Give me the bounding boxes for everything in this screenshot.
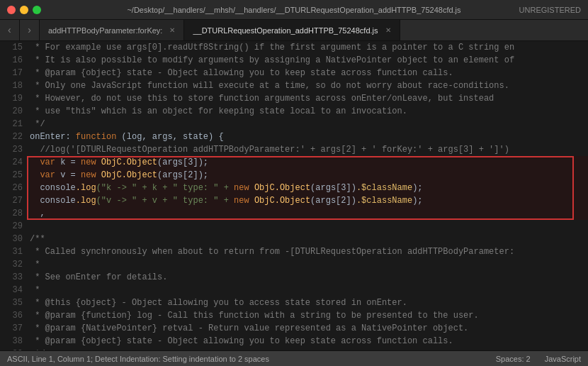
line-number-36: 36 [0,309,23,322]
line-number-28: 28 [0,207,23,220]
code-line-18: * Only one JavaScript function will exec… [30,79,588,92]
line-number-29: 29 [0,220,23,233]
tab-1[interactable]: __DTURLRequestOperation_addHTTPB_75248cf… [184,20,400,40]
editor: 1516171819202122232425262728293031323334… [0,41,588,350]
line-number-16: 16 [0,54,23,67]
line-number-21: 21 [0,118,23,131]
code-line-21: */ [30,118,588,131]
code-line-37: * @param {NativePointer} retval - Return… [30,322,588,335]
code-line-38: * @param {object} state - Object allowin… [30,335,588,348]
line-number-15: 15 [0,41,23,54]
code-line-35: * @this {object} - Object allowing you t… [30,296,588,309]
title-bar: ~/Desktop/__handlers/__mhsh/__handlers/_… [0,0,588,20]
close-button[interactable] [7,6,16,14]
line-number-24: 24 [0,156,23,169]
window-title: ~/Desktop/__handlers/__mhsh/__handlers/_… [127,6,460,14]
line-number-27: 27 [0,194,23,207]
line-number-18: 18 [0,79,23,92]
line-number-22: 22 [0,131,23,143]
code-line-34: * [30,284,588,296]
code-area[interactable]: * For example use args[0].readUtf8String… [27,41,588,350]
language-indicator[interactable]: JavaScript [545,355,581,363]
code-line-22: onEnter: function (log, args, state) { [30,131,588,143]
spaces-indicator[interactable]: Spaces: 2 [496,355,531,363]
status-left: ASCII, Line 1, Column 1; Detect Indentat… [7,355,269,363]
nav-forward-button[interactable]: › [20,20,40,40]
line-number-31: 31 [0,245,23,258]
line-number-38: 38 [0,335,23,348]
tab-1-close[interactable]: ✕ [385,26,391,34]
tab-bar: ‹ › addHTTPBodyParameter:forKey: ✕ __DTU… [0,20,588,41]
line-number-19: 19 [0,92,23,105]
code-line-28: , [30,207,588,220]
line-number-17: 17 [0,67,23,79]
line-number-26: 26 [0,182,23,194]
tab-0-label: addHTTPBodyParameter:forKey: [48,26,162,35]
code-line-24: var k = new ObjC.Object(args[3]); [30,156,588,169]
traffic-lights [0,6,41,14]
code-line-19: * However, do not use this to store func… [30,92,588,105]
code-line-36: * @param {function} log - Call this func… [30,309,588,322]
code-line-20: * use "this" which is an object for keep… [30,105,588,118]
status-bar: ASCII, Line 1, Column 1; Detect Indentat… [0,350,588,366]
line-number-32: 32 [0,258,23,271]
line-number-30: 30 [0,233,23,245]
line-number-35: 35 [0,296,23,309]
code-line-27: console.log("v -> " + v + " type: " + ne… [30,194,588,207]
status-right: Spaces: 2 JavaScript [496,355,581,363]
code-line-26: console.log("k -> " + k + " type: " + ne… [30,182,588,194]
line-number-23: 23 [0,143,23,156]
tab-1-label: __DTURLRequestOperation_addHTTPB_75248cf… [193,26,378,35]
tab-0[interactable]: addHTTPBodyParameter:forKey: ✕ [40,20,184,40]
code-line-17: * @param {object} state - Object allowin… [30,67,588,79]
line-numbers: 1516171819202122232425262728293031323334… [0,41,27,350]
line-number-37: 37 [0,322,23,335]
code-line-33: * See onEnter for details. [30,271,588,284]
code-line-16: * It is also possible to modify argument… [30,54,588,67]
line-number-39: 39 [0,348,23,350]
code-line-25: var v = new ObjC.Object(args[2]); [30,169,588,182]
code-line-15: * For example use args[0].readUtf8String… [30,41,588,54]
registration-status: UNREGISTERED [519,6,581,14]
line-number-25: 25 [0,169,23,182]
nav-back-button[interactable]: ‹ [0,20,20,40]
code-line-29 [30,220,588,233]
code-line-30: /** [30,233,588,245]
maximize-button[interactable] [33,6,41,14]
code-line-31: * Called synchronously when about to ret… [30,245,588,258]
tab-0-close[interactable]: ✕ [169,26,175,34]
line-number-33: 33 [0,271,23,284]
line-number-34: 34 [0,284,23,296]
code-line-23: //log('[DTURLRequestOperation addHTTPBod… [30,143,588,156]
line-number-20: 20 [0,105,23,118]
code-line-32: * [30,258,588,271]
minimize-button[interactable] [20,6,28,14]
code-line-39: */ [30,348,588,350]
